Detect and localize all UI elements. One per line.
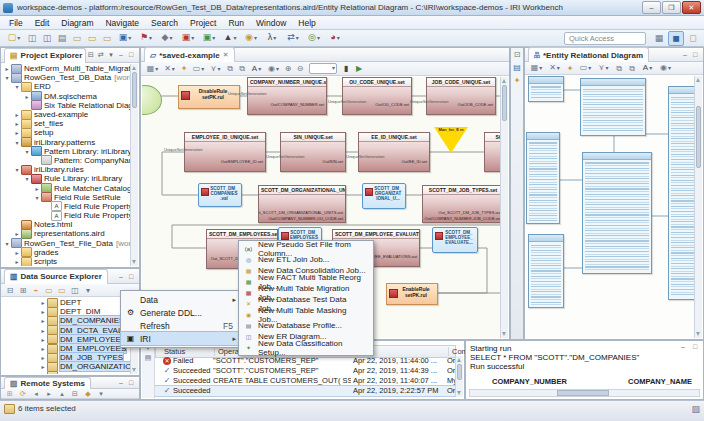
submenu-item[interactable]: ▤ New Database Profile... [239,320,373,331]
maximize-view-icon[interactable]: □ [690,51,700,58]
tab-entity-relational-diagram[interactable]: 品 *Entity Relational Diagram [528,47,649,62]
view-menu-icon[interactable]: ▾ [82,285,94,296]
import-folder-icon[interactable]: ▭ [85,32,99,45]
tree-arrow[interactable]: ▸ [33,185,41,192]
maximize-button[interactable]: ❐ [662,1,681,14]
menu-item[interactable]: Run [223,18,249,28]
project-tree-scrollbar[interactable] [130,64,138,266]
dse-table-item[interactable]: ▸ DM_EMPLOYEE_EVALU [1,335,132,344]
menu-item[interactable]: Diagram [56,18,98,28]
restore-view-icon[interactable]: ⊡ [512,50,523,60]
sql-result-row[interactable]: Succeeded CREATE TABLE CUSTOMERS_OUT( SS… [155,376,456,386]
lambda-icon[interactable]: λ [262,31,282,45]
submenu-item[interactable]: (a) New Pseudo Set File from Column... [239,243,373,254]
erd-entity[interactable] [528,234,564,308]
close-tab-icon[interactable]: ✕ [223,51,229,59]
select-tool-icon[interactable]: ▦ [528,62,545,74]
tree-item[interactable]: ▸ DM.sqlschema [1,92,132,101]
perspective-other-icon[interactable]: ◻ [686,32,700,45]
diagram-node[interactable]: SCOTT_DM_ COMPANIES .val [198,183,242,207]
new-connection-icon[interactable]: ⊞ [17,285,29,296]
diagram-node[interactable]: OU_CODE_UNIQUE.set Out/OU_CODE.set [342,77,412,115]
layout-icon[interactable]: ◉ [265,63,282,75]
delete-tool-icon[interactable]: ✕ [546,62,563,74]
angle-icon[interactable]: ◆ [157,31,177,45]
export-image-icon[interactable]: ⧉ [224,63,236,74]
context-menu-item[interactable]: Data ▸ [121,293,239,306]
tree-item[interactable]: ▸ Rule Matcher Catalog: RowGenFlow R [1,183,132,192]
maximize-view-icon[interactable]: □ [126,51,136,59]
delete-tool-icon[interactable]: ✕ [161,63,178,75]
iri-job-icon[interactable]: ▣ [115,31,135,45]
print-icon[interactable]: ▤ [55,32,69,45]
tree-arrow[interactable]: ▾ [3,240,11,247]
diagram-node[interactable]: SCOTT_DM_ ORGANIZAT IONAL_U... [362,183,406,209]
sql-result-row[interactable]: Succeeded Apr 22, 2019, 2:22:57 PM Oracl… [155,386,456,396]
export-folder-icon[interactable]: ▭ [100,32,114,45]
sql-result-row[interactable]: Succeeded "SCOTT"."CUSTOMERS_REP" Apr 22… [155,366,456,376]
col-company-number[interactable]: COMPANY_NUMBER [492,377,567,386]
tree-item[interactable]: ▾ RowGen_Test_DB_Data [workbench-demos m [1,73,132,82]
shield-icon[interactable]: ◉ [241,31,261,45]
diagram-node[interactable]: SCOTT_DM_JOB_TYPES.set Out_SCOTT_DM_JOB_… [422,185,501,223]
tree-arrow[interactable]: ▸ [13,258,21,265]
tree-arrow[interactable]: ▸ [39,345,47,352]
erd-entity[interactable] [668,86,695,300]
dse-table-item[interactable]: ▸ DM_EMPLOYEES [1,344,132,353]
tree-arrow[interactable]: ▸ [13,129,21,136]
diagram-node[interactable]: SIN_UNIQUE.set Out/SIN.set [280,132,346,172]
sortcl-icon[interactable]: ▣ [178,31,198,45]
palette-icon[interactable]: ✦ [178,63,190,74]
collapse-all-icon[interactable]: ⊟ [86,51,96,59]
menu-item[interactable]: Window [251,18,291,28]
tree-arrow[interactable]: ▾ [13,83,21,90]
tree-arrow[interactable]: ▸ [13,249,21,256]
dse-table-item[interactable]: ▸ DM_DCTA_EVALUATIO [1,326,132,335]
tree-arrow[interactable]: ▾ [13,166,21,173]
quick-access-box[interactable]: Quick Access [564,32,646,45]
save-all-icon[interactable]: ◫ [40,32,54,45]
erd-entity[interactable] [528,76,564,102]
tab-project-explorer[interactable]: ▤ Project Explorer [4,48,86,63]
palette-icon[interactable]: ✦ [564,63,576,74]
erd-scrollbar[interactable] [694,76,702,338]
tree-item[interactable]: Field Rule Property: SET [1,202,132,211]
dse-table-item[interactable]: ▸ EMP [1,372,132,375]
diagram-node[interactable]: EE_ID_UNIQUE.set Out/EE_ID.set [358,132,430,172]
perspective-iri-icon[interactable]: ◼ [668,31,684,46]
tree-arrow[interactable]: ▸ [13,111,21,118]
tree-item[interactable]: ▸ NextForm_Multi_Table_Migration [workbe… [1,64,132,73]
zoom-combo[interactable] [309,63,337,74]
connect-plug-icon[interactable]: ⌁ [30,285,42,296]
tree-arrow[interactable]: ▾ [3,74,11,81]
dse-table-item[interactable]: ▸ DEPT_DIM [1,307,132,316]
diagram-node[interactable]: EMPLOYEE_ID_UNIQUE.set Out/EMPLOYEE_ID.s… [184,132,266,172]
back-icon[interactable]: ◂ [30,389,42,398]
tree-item[interactable]: ▸ grades [1,248,132,257]
tree-item[interactable]: ▾ iriLibrary.rules [1,165,132,174]
tree-arrow[interactable]: ▸ [13,230,21,237]
filter-icon[interactable]: ▤ [143,354,153,362]
run-diagram-icon[interactable]: ▶ [353,63,365,74]
target-icon[interactable]: ◎ [304,31,324,45]
maximize-view-icon[interactable]: □ [126,273,136,280]
tree-arrow[interactable]: ▾ [33,194,41,201]
menu-item[interactable]: Search [146,18,183,28]
erd-entity[interactable] [580,78,646,136]
tree-item[interactable]: ▸ saved-example [1,110,132,119]
menu-item[interactable]: Edit [30,18,55,28]
outline-view-icon[interactable]: ▤ [512,63,523,73]
open-folder-icon[interactable]: ▭ [70,32,84,45]
tree-item[interactable]: Pattern: CompanyName [1,156,132,165]
zoom-out-icon[interactable]: ⊖ [294,63,306,74]
minimize-view-icon[interactable]: – [678,343,688,350]
context-menu-item[interactable]: ▣ IRI ▸ [121,332,239,345]
run-person-icon[interactable]: ▲ [220,31,240,45]
tree-arrow[interactable]: ▸ [39,336,47,343]
submenu-item[interactable]: ◎ New ETL Join Job... [239,254,373,265]
export-profile-icon[interactable]: ▭ [56,285,68,296]
tree-item[interactable]: ▾ ERD [1,82,132,91]
context-menu-item[interactable]: ⚙ Generate DDL... [121,306,239,319]
close-button[interactable]: ✕ [682,1,701,14]
tab-data-source-explorer[interactable]: ▥ Data Source Explorer [4,269,108,284]
